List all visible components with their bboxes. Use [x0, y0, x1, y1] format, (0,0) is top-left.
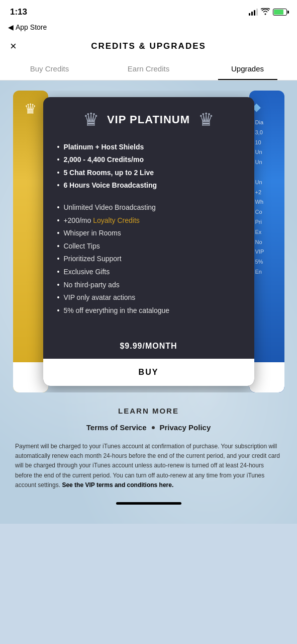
- feature-unlimited-video: Unlimited Video Broadcasting: [63, 203, 155, 213]
- bullet-icon: •: [57, 293, 60, 301]
- buy-button[interactable]: BUY: [43, 359, 254, 386]
- crown-left-icon: ♛: [83, 109, 99, 130]
- feature-avatar: VIP only avatar actions: [63, 293, 135, 303]
- bullet-icon: •: [57, 255, 60, 263]
- separator-dot: [152, 426, 155, 429]
- diamond-card: ◆ Dia 3,0 10 Un Un Un +2 Wh Co Pri Ex No…: [249, 91, 284, 392]
- bullet-icon: •: [57, 169, 60, 177]
- feature-support: Prioritized Support: [63, 254, 121, 264]
- feature-item: • Collect Tips: [57, 242, 240, 252]
- bullet-icon: •: [57, 242, 60, 250]
- page-header: × CREDITS & UPGRADES: [0, 35, 297, 57]
- gold-crown-icon: ♛: [24, 101, 37, 117]
- page-title: CREDITS & UPGRADES: [91, 41, 206, 51]
- feature-whisper: Whisper in Rooms: [63, 228, 121, 238]
- privacy-policy-link[interactable]: Privacy Policy: [160, 423, 211, 432]
- tab-earn-credits[interactable]: Earn Credits: [99, 57, 198, 80]
- back-label: App Store: [16, 23, 47, 31]
- diamond-card-bottom: [249, 362, 284, 392]
- feature-voice-broadcast: 6 Hours Voice Broadcasting: [63, 181, 157, 191]
- feature-loyalty: +200/mo Loyalty Credits: [63, 216, 139, 226]
- tab-bar: Buy Credits Earn Credits Upgrades: [0, 57, 297, 80]
- bold-features: • Platinum + Host Shields • 2,000 - 4,40…: [57, 142, 240, 191]
- feature-gifts: Exclusive Gifts: [63, 267, 110, 277]
- battery-icon: [273, 9, 287, 16]
- card-price: $9.99/MONTH: [43, 332, 254, 359]
- bullet-icon: •: [57, 203, 60, 211]
- status-time: 1:13: [10, 7, 27, 17]
- bullet-icon: •: [57, 268, 60, 276]
- feature-item: • Platinum + Host Shields: [57, 142, 240, 152]
- regular-features: • Unlimited Video Broadcasting • +200/mo…: [57, 203, 240, 315]
- bullet-icon: •: [57, 229, 60, 237]
- bullet-icon: •: [57, 143, 60, 151]
- back-arrow-icon: ◀: [8, 23, 14, 31]
- tab-upgrades[interactable]: Upgrades: [198, 57, 297, 80]
- footer-disclaimer: Payment will be charged to your iTunes a…: [15, 442, 282, 490]
- wifi-icon: [261, 8, 270, 17]
- status-bar: 1:13: [0, 0, 297, 22]
- vip-platinum-card: ♛ VIP PLATINUM ♛ • Platinum + Host Shiel…: [43, 97, 254, 386]
- status-icons: [249, 8, 287, 17]
- feature-item: • Whisper in Rooms: [57, 228, 240, 238]
- feature-discount: 5% off everything in the catalogue: [63, 306, 169, 316]
- bullet-icon: •: [57, 281, 60, 289]
- signal-icon: [249, 9, 258, 16]
- cards-container: ♛ ♛ VIP PLATINUM ♛ • Platinum + Host Shi…: [0, 91, 297, 392]
- bullet-icon: •: [57, 216, 60, 224]
- feature-chat-rooms: 5 Chat Rooms, up to 2 Live: [63, 168, 154, 178]
- feature-no-ads: No third-party ads: [63, 280, 119, 290]
- feature-item: • Unlimited Video Broadcasting: [57, 203, 240, 213]
- footer-links: Terms of Service Privacy Policy: [86, 423, 211, 432]
- vip-terms-link[interactable]: See the VIP terms and conditions here.: [62, 481, 173, 489]
- feature-item: • +200/mo Loyalty Credits: [57, 216, 240, 226]
- crown-right-icon: ♛: [198, 109, 214, 130]
- feature-credits: 2,000 - 4,400 Credits/mo: [63, 155, 144, 165]
- feature-item: • Exclusive Gifts: [57, 267, 240, 277]
- bullet-icon: •: [57, 306, 60, 314]
- main-content: ♛ ♛ VIP PLATINUM ♛ • Platinum + Host Shi…: [0, 80, 297, 524]
- bullet-icon: •: [57, 155, 60, 164]
- feature-item: • 5 Chat Rooms, up to 2 Live: [57, 168, 240, 178]
- back-row[interactable]: ◀ App Store: [0, 22, 297, 35]
- feature-platinum-shields: Platinum + Host Shields: [63, 142, 144, 152]
- feature-item: • VIP only avatar actions: [57, 293, 240, 303]
- feature-item: • 5% off everything in the catalogue: [57, 306, 240, 316]
- feature-item: • 2,000 - 4,400 Credits/mo: [57, 155, 240, 165]
- learn-more-button[interactable]: LEARN MORE: [118, 407, 179, 415]
- close-button[interactable]: ×: [10, 40, 17, 53]
- feature-collect-tips: Collect Tips: [63, 242, 100, 252]
- terms-of-service-link[interactable]: Terms of Service: [86, 423, 147, 432]
- card-header: ♛ VIP PLATINUM ♛: [43, 97, 254, 138]
- loyalty-credits-label: Loyalty Credits: [93, 216, 140, 224]
- feature-item: • 6 Hours Voice Broadcasting: [57, 181, 240, 191]
- card-body: • Platinum + Host Shields • 2,000 - 4,40…: [43, 138, 254, 332]
- tab-buy-credits[interactable]: Buy Credits: [0, 57, 99, 80]
- feature-item: • No third-party ads: [57, 280, 240, 290]
- home-indicator: [116, 502, 181, 505]
- bullet-icon: •: [57, 181, 60, 189]
- card-title: VIP PLATINUM: [107, 113, 190, 126]
- feature-item: • Prioritized Support: [57, 254, 240, 264]
